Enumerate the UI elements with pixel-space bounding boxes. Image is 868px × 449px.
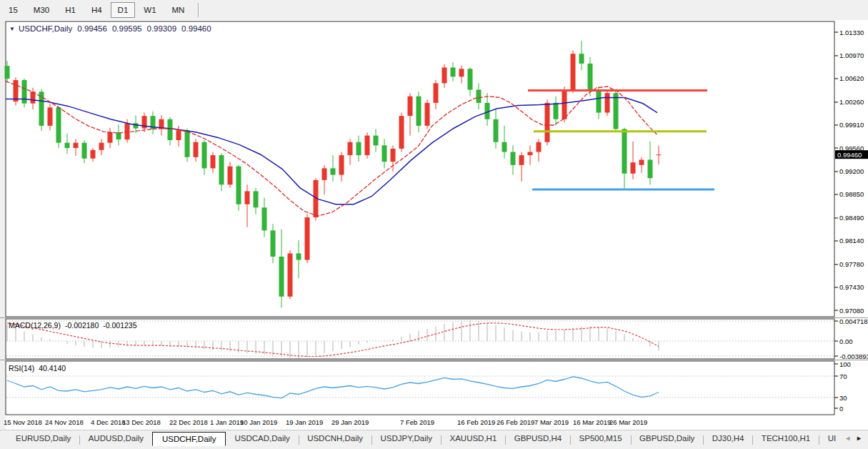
ohlc-high: 0.99595	[112, 24, 142, 33]
date-axis-label: 10 Jan 2019	[240, 418, 277, 426]
date-axis-label: 26 Mar 2019	[609, 418, 647, 426]
timeframe-button-h1[interactable]: H1	[58, 2, 83, 18]
ohlc-close: 0.99460	[181, 24, 211, 33]
rsi-axis-label: 30	[839, 394, 847, 402]
price-axis-label: 0.98140	[839, 237, 864, 245]
symbol-tab-usdcnh-daily[interactable]: USDCNH,Daily	[299, 432, 371, 445]
chart-canvas[interactable]: 1.013301.009701.006201.002600.999100.995…	[0, 20, 868, 430]
date-axis-label: 4 Dec 2018	[91, 418, 126, 426]
macd-main-value: -0.002180	[65, 321, 99, 330]
symbol-tab-bar: EURUSD,DailyAUDUSD,DailyUSDCHF,DailyUSDC…	[0, 430, 868, 449]
symbol-dropdown-icon[interactable]: ▼	[9, 26, 15, 32]
symbol-tab-xauusd-h1[interactable]: XAUUSD,H1	[442, 432, 506, 445]
price-axis-label: 0.97080	[839, 307, 864, 315]
macd-signal-value: -0.001235	[103, 321, 136, 330]
ohlc-low: 0.99309	[146, 24, 176, 33]
current-price-label: 0.99460	[837, 151, 862, 159]
price-axis-label: 1.01330	[839, 29, 864, 36]
price-axis-label: 1.00260	[839, 98, 864, 106]
ohlc-open: 0.99456	[77, 24, 107, 33]
timeframe-button-w1[interactable]: W1	[136, 2, 163, 18]
price-axis-label: 0.98850	[839, 190, 864, 198]
chart-left-margin	[0, 20, 6, 430]
price-axis-label: 0.99200	[839, 167, 864, 175]
macd-name: MACD(12,26,9)	[9, 321, 61, 330]
trading-terminal-window: 15M30H1H4D1W1MN 1.013301.009701.006201.0…	[0, 0, 868, 449]
date-axis-label: 13 Dec 2018	[122, 418, 161, 426]
tab-scroll-left-icon[interactable]: ◄	[844, 435, 851, 442]
price-axis-label: 0.97780	[839, 260, 864, 268]
rsi-panel-frame	[6, 361, 834, 415]
rsi-axis-label: 100	[839, 360, 851, 368]
date-axis-label: 24 Nov 2018	[45, 418, 84, 426]
timeframe-toolbar: 15M30H1H4D1W1MN	[0, 0, 868, 20]
macd-axis-label: 0.004718	[839, 317, 868, 325]
date-axis-label: 19 Jan 2019	[286, 418, 323, 426]
rsi-indicator-label: RSI(14)40.4140	[9, 364, 66, 372]
price-axis-label: 0.97430	[839, 283, 864, 291]
date-axis-label: 16 Feb 2019	[457, 418, 495, 426]
price-axis-label: 1.00620	[839, 74, 864, 82]
symbol-tab-usdcad-daily[interactable]: USDCAD,Daily	[226, 432, 298, 445]
symbol-tab-usdchf-daily[interactable]: USDCHF,Daily	[152, 432, 226, 446]
symbol-tab-eurusd-daily[interactable]: EURUSD,Daily	[7, 432, 79, 445]
rsi-axis-label: 70	[839, 372, 847, 380]
rsi-axis-label: 0	[839, 405, 843, 413]
date-axis-label: 29 Jan 2019	[331, 418, 369, 426]
rsi-value: 40.4140	[39, 364, 66, 372]
symbol-tab-dj30-h4[interactable]: DJ30,H4	[704, 432, 753, 445]
tab-scroll-right-icon[interactable]: ►	[856, 435, 862, 442]
date-axis-label: 22 Dec 2018	[169, 418, 208, 426]
symbol-tab-ui[interactable]: UI	[819, 432, 845, 445]
symbol-tab-sp500-m15[interactable]: SP500,M15	[571, 432, 631, 445]
price-axis-label: 1.00970	[839, 51, 864, 59]
main-panel-frame	[6, 21, 834, 317]
timeframe-button-15[interactable]: 15	[1, 2, 25, 18]
symbol-tab-usdjpy-daily[interactable]: USDJPY,Daily	[371, 432, 441, 445]
date-axis-label: 15 Nov 2018	[4, 418, 42, 426]
date-axis-label: 7 Feb 2019	[400, 418, 434, 426]
tab-scroll-controls: ◄►	[844, 432, 868, 442]
toolbar-separator	[198, 3, 199, 17]
macd-axis-label: -0.003893	[839, 352, 868, 360]
timeframe-button-m30[interactable]: M30	[26, 2, 56, 18]
macd-indicator-label: MACD(12,26,9)-0.002180-0.001235	[9, 321, 137, 330]
chart-title: ▼USDCHF,Daily0.994560.995950.993090.9946…	[9, 24, 211, 33]
symbol-tab-gbpusd-h4[interactable]: GBPUSD,H4	[506, 432, 570, 445]
date-axis-label: 1 Jan 2019	[210, 418, 244, 426]
timeframe-button-h4[interactable]: H4	[84, 2, 109, 18]
symbol-tab-gbpusd-daily[interactable]: GBPUSD,Daily	[631, 432, 703, 445]
chart-symbol-label: USDCHF,Daily	[19, 24, 72, 33]
date-axis-label: 16 Mar 2019	[573, 418, 611, 426]
date-axis-label: 7 Mar 2019	[534, 418, 569, 426]
rsi-name: RSI(14)	[9, 364, 34, 372]
macd-axis-label: 0.00	[839, 337, 853, 345]
price-axis-label: 0.98490	[839, 214, 864, 222]
timeframe-button-mn[interactable]: MN	[165, 2, 192, 18]
symbol-tab-tech100-h1[interactable]: TECH100,H1	[753, 432, 819, 445]
price-axis-label: 0.99910	[839, 121, 864, 129]
symbol-tab-audusd-daily[interactable]: AUDUSD,Daily	[80, 432, 152, 445]
timeframe-button-d1[interactable]: D1	[111, 2, 136, 18]
date-axis-label: 26 Feb 2019	[497, 418, 534, 426]
